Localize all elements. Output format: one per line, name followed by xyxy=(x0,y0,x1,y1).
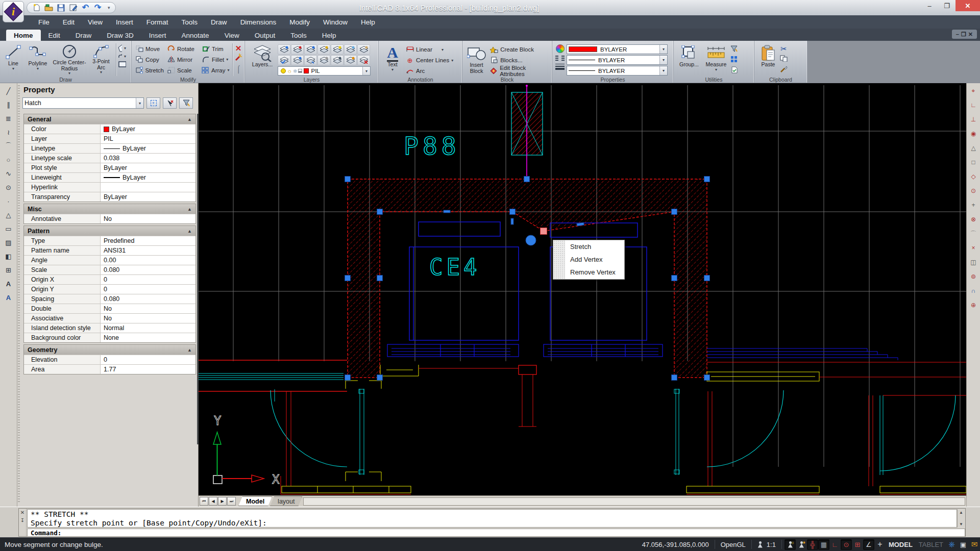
section-header-misc[interactable]: Misc▲ xyxy=(24,204,195,214)
point-style-icon[interactable] xyxy=(730,56,738,65)
command-close-icon[interactable]: ✕ xyxy=(20,510,24,515)
entity-select-arrow[interactable]: ▾ xyxy=(136,98,143,108)
doc-restore-button[interactable]: ❐ xyxy=(961,31,966,38)
menu-draw[interactable]: Draw xyxy=(204,16,234,28)
layer-match-icon[interactable] xyxy=(304,44,317,55)
app-logo[interactable]: i xyxy=(3,1,24,22)
color-combo-arrow[interactable]: ▾ xyxy=(659,45,667,54)
linetype-icon[interactable] xyxy=(555,55,565,62)
minimize-button[interactable]: – xyxy=(921,0,938,11)
tool-polygon-icon[interactable]: △ xyxy=(3,210,14,219)
quick-filter-button[interactable] xyxy=(179,97,193,109)
polygon-icon[interactable]: ▾ xyxy=(118,44,126,52)
line-button[interactable]: Line▾ xyxy=(2,42,24,76)
entity-type-select[interactable]: Hatch▾ xyxy=(22,97,144,109)
row-value[interactable]: No xyxy=(101,214,195,223)
quick-select-icon[interactable] xyxy=(730,45,738,54)
panel-drag-handle[interactable] xyxy=(18,85,20,504)
layer-states-icon[interactable] xyxy=(278,55,290,65)
door-assembly-far-right[interactable] xyxy=(869,395,966,494)
open-file-icon[interactable] xyxy=(44,4,53,12)
calculator-icon[interactable] xyxy=(731,66,738,76)
collapse-icon[interactable]: ▲ xyxy=(187,207,192,212)
auto-annotation-icon[interactable]: ★ xyxy=(796,539,807,550)
menu-edit[interactable]: Edit xyxy=(56,16,81,28)
layout-tab[interactable]: layout xyxy=(270,496,302,506)
lineweight-combo[interactable]: BYLAYER▾ xyxy=(567,66,668,76)
lineweight-combo-arrow[interactable]: ▾ xyxy=(659,66,667,75)
circle-center-radius-button[interactable]: Circle Center-Radius▾ xyxy=(51,42,88,76)
insert-block-button[interactable]: Insert Block xyxy=(464,42,488,76)
tool-polyline-icon[interactable]: ≀ xyxy=(3,128,14,137)
menu-format[interactable]: Format xyxy=(140,16,175,28)
center-column-detail[interactable] xyxy=(519,365,536,427)
arc-dim-button[interactable]: Arc xyxy=(404,66,455,76)
row-value[interactable]: 1.77 xyxy=(101,365,195,374)
row-value[interactable]: ByLayer xyxy=(101,163,195,172)
snap-midpoint-icon[interactable]: △ xyxy=(968,143,979,153)
layer-combo-arrow[interactable]: ▾ xyxy=(362,67,370,75)
explode-icon[interactable] xyxy=(234,54,242,64)
row-value[interactable]: 0.00 xyxy=(101,256,195,265)
layer-freeze-icon[interactable] xyxy=(344,44,357,55)
row-value[interactable]: No xyxy=(101,304,195,313)
wall-hatch-selected[interactable] xyxy=(348,179,707,378)
menu-dimensions[interactable]: Dimensions xyxy=(234,16,283,28)
menu-insert[interactable]: Insert xyxy=(109,16,140,28)
settings-gear-icon[interactable]: ⎈ xyxy=(946,539,958,550)
tab-draw3d[interactable]: Draw 3D xyxy=(99,30,141,41)
menu-view[interactable]: View xyxy=(81,16,109,28)
tool-spline-icon[interactable]: ∿ xyxy=(3,169,14,178)
tool-circle-icon[interactable]: ○ xyxy=(3,155,14,164)
section-header-pattern[interactable]: Pattern▲ xyxy=(24,226,195,236)
model-tab[interactable]: Model xyxy=(238,496,272,506)
doc-close-button[interactable]: ✕ xyxy=(968,31,973,38)
menu-help[interactable]: Help xyxy=(354,16,382,28)
layer-unlock-icon[interactable] xyxy=(317,55,330,65)
annotation-scale-value[interactable]: 1:1 xyxy=(766,541,779,548)
model-space-toggle[interactable]: MODEL xyxy=(886,541,916,548)
linetype-combo-arrow[interactable]: ▾ xyxy=(659,56,667,64)
undo-icon[interactable]: ↶ xyxy=(81,4,90,12)
row-value[interactable]: ANSI31 xyxy=(101,246,195,255)
tool-xline-icon[interactable]: ∥ xyxy=(3,100,14,109)
tab-prev-button[interactable]: ◀ xyxy=(209,497,217,506)
scale-button[interactable]: Scale xyxy=(165,65,200,75)
layer-properties-icon[interactable] xyxy=(278,44,290,55)
row-value[interactable]: 0 xyxy=(101,285,195,294)
linetype-combo[interactable]: BYLAYER▾ xyxy=(567,55,668,65)
snap-insert-icon[interactable]: ⊚ xyxy=(968,272,979,281)
row-value[interactable]: ByLayer xyxy=(101,192,195,202)
three-point-arc-button[interactable]: 3-Point Arc▾ xyxy=(88,42,114,76)
annotation-visibility-icon[interactable]: ☼ xyxy=(785,539,796,550)
blocks-button[interactable]: Blocks... xyxy=(488,56,550,65)
stretch-button[interactable]: Stretch xyxy=(134,65,165,75)
drawing-canvas[interactable]: P88 CE4 xyxy=(199,83,966,495)
tool-mtext-icon[interactable]: A xyxy=(3,293,14,302)
layer-isolate-icon[interactable] xyxy=(357,44,370,55)
snap-quadrant-icon[interactable]: ◇ xyxy=(968,172,979,181)
tab-edit[interactable]: Edit xyxy=(41,30,68,41)
tool-rectangle-icon[interactable]: ▭ xyxy=(3,224,14,233)
row-value[interactable]: Normal xyxy=(101,323,195,333)
snap-tangent-icon[interactable]: ⊙ xyxy=(968,186,979,195)
polar-toggle-icon[interactable]: ⊙ xyxy=(841,539,852,550)
paste-button[interactable]: Paste xyxy=(756,42,780,76)
group-button[interactable]: Group... xyxy=(676,42,702,76)
tab-home[interactable]: Home xyxy=(6,30,41,41)
select-entities-button[interactable]: + xyxy=(146,97,160,109)
save-as-icon[interactable] xyxy=(69,4,78,12)
center-lines-button[interactable]: ⊕Center Lines▾ xyxy=(404,56,455,65)
snap-perpendicular-icon[interactable]: ⊥ xyxy=(968,115,979,124)
snap-extension-icon[interactable]: ⌒ xyxy=(968,229,979,238)
layer-current-icon[interactable] xyxy=(291,44,304,55)
layer-thaw-icon[interactable] xyxy=(344,55,357,65)
match-properties-icon[interactable] xyxy=(780,66,788,75)
pillar-block[interactable] xyxy=(511,85,543,179)
snap-center-icon[interactable]: ◉ xyxy=(968,129,979,138)
menu-file[interactable]: File xyxy=(32,16,56,28)
collapse-icon[interactable]: ▲ xyxy=(187,117,192,122)
door-assembly-left[interactable] xyxy=(199,360,519,494)
trim-button[interactable]: Trim xyxy=(200,44,231,54)
vertex-grip-circle[interactable] xyxy=(526,235,536,245)
